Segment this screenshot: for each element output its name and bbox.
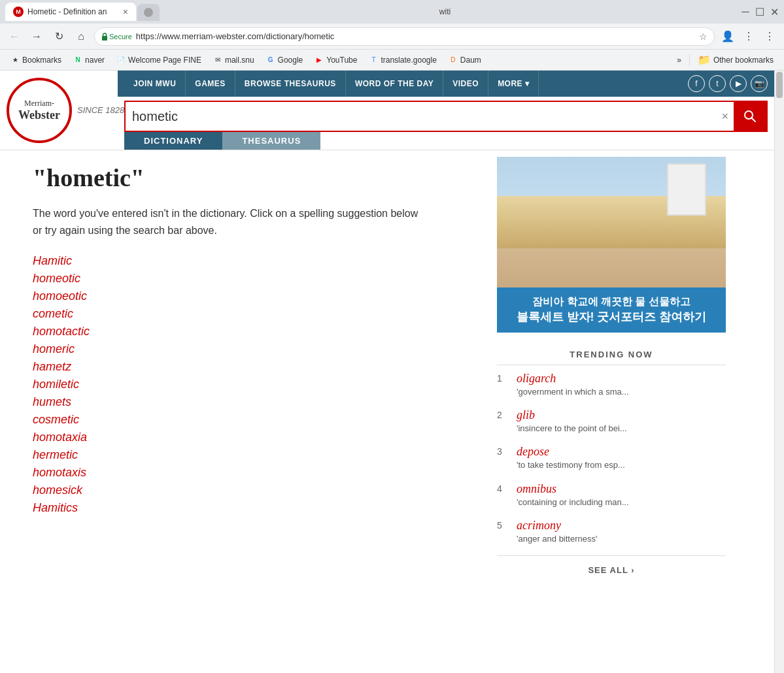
nav-word-of-day[interactable]: WORD OF THE DAY	[346, 71, 443, 97]
mw-header: Merriam- Webster SINCE 1828 JOIN MWU GAM…	[0, 71, 774, 150]
tab-close-icon[interactable]: ×	[123, 7, 128, 17]
bookmark-bookmarks[interactable]: ★ Bookmarks	[5, 54, 67, 67]
suggestion-homoeotic[interactable]: homoeotic	[33, 289, 87, 303]
bookmark-naver[interactable]: N naver	[68, 54, 110, 67]
search-clear-icon[interactable]: ×	[716, 110, 734, 123]
bookmark-label-youtube: YouTube	[326, 56, 357, 65]
bookmark-more-label: »	[677, 56, 681, 65]
suggestion-homotaxia[interactable]: homotaxia	[33, 431, 87, 444]
trending-num-1: 1	[497, 372, 510, 384]
youtube-social-icon[interactable]: ▶	[730, 75, 747, 92]
search-input[interactable]	[126, 103, 716, 129]
suggestion-homesick[interactable]: homesick	[33, 484, 82, 497]
bookmark-mail-snu[interactable]: ✉ mail.snu	[208, 54, 260, 67]
bookmarks-separator	[689, 54, 690, 67]
facebook-icon[interactable]: f	[688, 75, 705, 92]
suggestion-hamitics[interactable]: Hamitics	[33, 501, 78, 514]
trending-item-4: 4 omnibus 'containing or including man..…	[497, 482, 726, 510]
mail-snu-icon: ✉	[213, 56, 222, 65]
secure-label: Secure	[109, 33, 132, 41]
user-profile-button[interactable]: 👤	[719, 27, 737, 46]
address-bar[interactable]: Secure https://www.merriam-webster.com/d…	[94, 27, 715, 46]
extensions-button[interactable]: ⋮	[740, 27, 758, 46]
mw-logo-top: Merriam-	[18, 99, 60, 108]
dict-sidebar: 잠비아 학교에 깨끗한 물 선물하고 블록세트 받자! 굿서포터즈 참여하기 T…	[490, 150, 739, 587]
bookmark-star-icon[interactable]: ☆	[699, 31, 707, 42]
maximize-button[interactable]: ☐	[755, 7, 764, 16]
menu-button[interactable]: ⋮	[760, 27, 779, 46]
other-bookmarks[interactable]: 📁 Other bookmarks	[692, 52, 779, 68]
search-button[interactable]	[734, 102, 766, 131]
trending-item-2: 2 glib 'insincere to the point of bei...	[497, 408, 726, 436]
bookmark-translate[interactable]: T translate.google	[364, 54, 441, 67]
bookmarks-star-icon: ★	[10, 56, 20, 65]
trending-word-glib[interactable]: glib	[517, 408, 726, 422]
trending-num-3: 3	[497, 445, 510, 457]
suggestions-list: Hamitic homeotic homoeotic cometic homot…	[33, 254, 471, 515]
reload-button[interactable]: ↻	[50, 27, 68, 46]
ad-banner[interactable]: 잠비아 학교에 깨끗한 물 선물하고 블록세트 받자! 굿서포터즈 참여하기	[497, 287, 726, 333]
mw-logo-mid: Webster	[18, 108, 60, 122]
trending-num-2: 2	[497, 408, 510, 420]
suggestion-homiletic[interactable]: homiletic	[33, 378, 79, 391]
bookmark-daum[interactable]: D Daum	[443, 54, 486, 67]
bookmark-google[interactable]: G Google	[261, 54, 309, 67]
trending-word-oligarch[interactable]: oligarch	[517, 372, 726, 386]
bookmark-label-translate: translate.google	[381, 56, 436, 65]
nav-video[interactable]: VIDEO	[443, 71, 488, 97]
suggestion-homeotic[interactable]: homeotic	[33, 272, 80, 285]
nav-games[interactable]: GAMES	[186, 71, 235, 97]
suggestion-homeric[interactable]: homeric	[33, 342, 75, 355]
instagram-icon[interactable]: 📷	[751, 75, 768, 92]
trending-word-omnibus[interactable]: omnibus	[517, 482, 726, 496]
bookmark-label-google: Google	[278, 56, 303, 65]
trending-word-acrimony[interactable]: acrimony	[517, 519, 726, 533]
secure-icon: Secure	[101, 33, 132, 41]
tab-thesaurus[interactable]: THESAURUS	[222, 132, 320, 150]
active-tab[interactable]: M Hometic - Definition an ×	[5, 3, 136, 21]
forward-button[interactable]: →	[27, 27, 46, 46]
list-item: homeotic	[33, 272, 471, 286]
suggestion-hametz[interactable]: hametz	[33, 360, 71, 373]
scrollbar-track[interactable]	[774, 71, 784, 673]
mw-logo: Merriam- Webster	[7, 78, 72, 143]
minimize-button[interactable]: ─	[741, 7, 750, 16]
close-button[interactable]: ✕	[770, 7, 779, 16]
main-content: Merriam- Webster SINCE 1828 JOIN MWU GAM…	[0, 71, 774, 673]
mw-dict-tabs: DICTIONARY THESAURUS	[124, 132, 768, 150]
bookmark-welcome-page[interactable]: 📄 Welcome Page FINE	[111, 54, 207, 67]
ad-text-line1: 잠비아 학교에 깨끗한 물 선물하고	[505, 295, 718, 309]
suggestion-cosmetic[interactable]: cosmetic	[33, 413, 79, 426]
suggestion-cometic[interactable]: cometic	[33, 307, 73, 320]
see-all-button[interactable]: SEE ALL ›	[497, 555, 726, 580]
trending-word-depose[interactable]: depose	[517, 445, 726, 459]
suggestion-homotaxis[interactable]: homotaxis	[33, 466, 86, 479]
dict-content: "hometic" The word you've entered isn't …	[0, 150, 774, 587]
bookmark-youtube[interactable]: ▶ YouTube	[309, 54, 362, 67]
suggestion-hamitic[interactable]: Hamitic	[33, 254, 72, 267]
scrollbar-thumb[interactable]	[776, 72, 783, 98]
list-item: homotaxis	[33, 466, 471, 480]
trending-item-5: 5 acrimony 'anger and bitterness'	[497, 519, 726, 546]
tab-label: Hometic - Definition an	[27, 7, 119, 16]
google-icon: G	[266, 56, 275, 65]
nav-more[interactable]: MORE ▾	[488, 71, 539, 97]
inactive-tab[interactable]	[137, 4, 160, 21]
suggestion-homotactic[interactable]: homotactic	[33, 325, 90, 338]
back-button[interactable]: ←	[5, 27, 24, 46]
twitter-icon[interactable]: t	[709, 75, 726, 92]
list-item: homeric	[33, 342, 471, 356]
bookmark-more[interactable]: »	[672, 54, 687, 67]
url-display: https://www.merriam-webster.com/dictiona…	[136, 31, 695, 41]
browser-toolbar: ← → ↻ ⌂ Secure https://www.merriam-webst…	[0, 24, 784, 50]
home-button[interactable]: ⌂	[72, 27, 90, 46]
suggestion-humets[interactable]: humets	[33, 395, 71, 408]
nav-join-mwu[interactable]: JOIN MWU	[124, 71, 186, 97]
suggestion-hermetic[interactable]: hermetic	[33, 448, 78, 461]
trending-word-block-3: depose 'to take testimony from esp...	[517, 445, 726, 471]
svg-rect-0	[102, 36, 107, 41]
tab-dictionary[interactable]: DICTIONARY	[124, 132, 222, 150]
nav-browse-thesaurus[interactable]: BROWSE THESAURUS	[235, 71, 346, 97]
list-item: homiletic	[33, 378, 471, 391]
mw-logo-area: Merriam- Webster SINCE 1828	[0, 71, 118, 150]
